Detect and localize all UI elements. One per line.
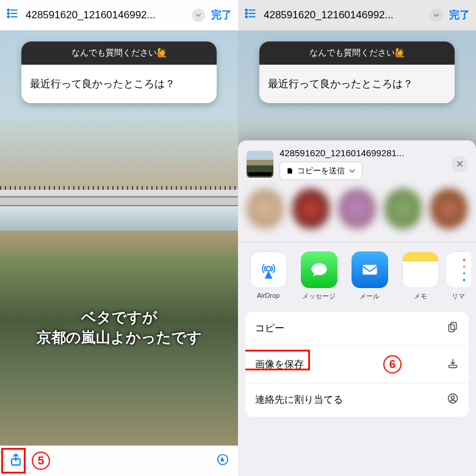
done-button[interactable]: 完了 [211,8,232,22]
nav-bar: 428591620_12160146992... 完了 [238,0,476,31]
action-label: 連絡先に割り当てる [255,394,343,406]
copy-send-button[interactable]: コピーを送信 [279,162,362,180]
close-icon[interactable] [452,156,467,172]
svg-point-14 [266,267,270,271]
chevron-down-icon[interactable] [430,9,443,22]
qa-card: なんでも質問ください🙋 最近行って良かったところは？ [21,41,217,103]
share-sheet: 428591620_1216014699281... コピーを送信 [238,140,476,476]
markup-button[interactable] [216,453,229,469]
svg-rect-17 [449,325,454,332]
list-icon[interactable] [6,7,20,24]
qa-prompt: なんでも質問ください🙋 [21,41,217,65]
qa-question: 最近行って良かったところは？ [21,65,217,103]
action-assign-contact[interactable]: 連絡先に割り当てる [245,383,469,417]
svg-point-20 [452,396,455,399]
app-messages[interactable]: メッセージ [294,251,344,301]
share-contacts-row [238,184,476,242]
share-thumbnail [247,151,273,178]
nav-title: 428591620_12160146992... [26,9,186,21]
notes-icon [402,251,439,288]
svg-rect-18 [449,365,456,367]
app-label: リマ [445,292,471,301]
caption-text: ベタですが 京都の嵐山よかったです [0,307,238,348]
annotation-box-6 [245,350,310,370]
app-airdrop[interactable]: AirDrop [243,251,294,301]
screenshot-left: 428591620_12160146992... 完了 なんでも質問ください🙋 … [0,0,238,476]
qa-card: なんでも質問ください🙋 最近行って良かったところは？ [259,41,455,103]
qa-question: 最近行って良かったところは？ [259,65,455,103]
share-apps-row: AirDrop メッセージ メール メモ [238,243,476,305]
app-notes[interactable]: メモ [395,251,445,301]
app-mail[interactable]: メール [344,251,395,301]
avatar[interactable] [247,189,284,229]
avatar[interactable] [430,189,467,229]
action-copy[interactable]: コピー [245,312,469,346]
svg-point-10 [245,12,247,14]
avatar[interactable] [338,189,375,229]
image-viewport: なんでも質問ください🙋 最近行って良かったところは？ ベタですが 京都の嵐山よか… [0,31,238,445]
app-label: メモ [395,292,445,301]
contact-icon [447,392,459,408]
svg-point-12 [245,16,247,18]
annotation-label-5: 5 [32,452,50,470]
annotation-label-6: 6 [383,355,402,373]
avatar[interactable] [292,189,330,229]
list-icon[interactable] [244,7,258,24]
copy-icon [447,321,459,336]
share-actions-list: コピー 画像を保存 6 連絡先に割り当てる [245,312,469,417]
qa-prompt: なんでも質問ください🙋 [259,41,455,65]
app-label: AirDrop [243,292,294,299]
action-label: コピー [255,322,284,335]
app-label: メッセージ [294,292,344,301]
reminders-icon: ●●●● [445,251,471,288]
done-button[interactable]: 完了 [449,8,470,22]
svg-rect-15 [362,265,377,275]
mail-icon [352,251,388,288]
screenshot-right: 428591620_12160146992... 完了 なんでも質問ください🙋 … [238,0,476,476]
app-reminders[interactable]: ●●●● リマ [445,251,471,301]
photo-content: なんでも質問ください🙋 最近行って良かったところは？ ベタですが 京都の嵐山よか… [0,31,238,445]
svg-point-0 [7,9,9,11]
chevron-down-icon[interactable] [192,9,205,22]
share-filename: 428591620_1216014699281... [279,148,445,158]
messages-icon [301,251,337,288]
app-label: メール [344,292,395,301]
svg-point-8 [245,9,247,11]
svg-rect-16 [451,323,456,330]
svg-point-2 [7,12,9,14]
download-icon [447,357,459,372]
avatar[interactable] [384,189,422,229]
svg-point-4 [7,16,9,18]
action-save-image[interactable]: 画像を保存 6 [245,346,469,383]
nav-bar: 428591620_12160146992... 完了 [0,0,238,31]
airdrop-icon [250,251,287,288]
share-button[interactable] [9,452,23,471]
nav-title: 428591620_12160146992... [264,9,424,21]
